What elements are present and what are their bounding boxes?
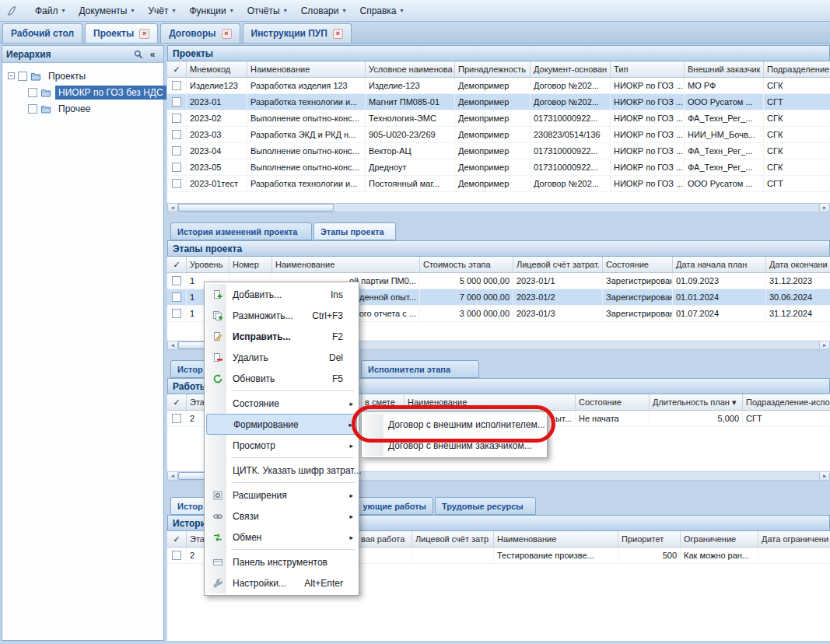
tab-works-2[interactable]: Исполнители этапа [361, 360, 479, 378]
column-header[interactable]: ✓ [167, 531, 187, 547]
column-header[interactable]: Ограничение [681, 531, 758, 547]
checkbox[interactable] [172, 309, 181, 318]
column-header[interactable]: Наименование [404, 394, 576, 410]
tree-item[interactable]: −Проекты [5, 68, 161, 84]
column-header[interactable]: Лицевой счёт затрат. [513, 257, 603, 272]
column-header[interactable]: Наименование [494, 531, 618, 547]
submenu-item[interactable]: Договор с внешним заказчиком... [363, 435, 545, 456]
column-header[interactable]: в смете [362, 394, 404, 410]
column-header[interactable]: ✓ [167, 257, 187, 272]
menubar-item[interactable]: Учёт▾ [141, 2, 182, 19]
checkbox[interactable] [172, 276, 181, 285]
tree-item[interactable]: НИОКР по ГОЗ без НДС [5, 84, 161, 100]
scroll-left-button[interactable]: ◄ [168, 472, 178, 480]
column-header[interactable]: Внешний заказчик [685, 61, 764, 77]
column-header[interactable]: Условное наименова [366, 61, 455, 77]
checkbox[interactable] [28, 88, 37, 97]
column-header[interactable]: вая работа [358, 531, 412, 547]
context-menu-item[interactable]: Настройки...Alt+Enter [206, 572, 357, 593]
workspace-tab[interactable]: Инструкции ПУП× [243, 23, 352, 43]
column-header[interactable]: Стоимость этапа [420, 257, 513, 272]
checkbox[interactable] [172, 163, 181, 172]
table-row[interactable]: 2023-03Разработка ЭКД и РКД н...905-U020… [167, 127, 830, 143]
checkbox[interactable] [172, 414, 181, 423]
menubar-item[interactable]: Функции▾ [182, 2, 240, 19]
collapse-icon[interactable]: « [145, 47, 159, 61]
column-header[interactable]: Дата окончани [766, 257, 830, 272]
tab-stages-0[interactable]: История изменений проекта [170, 222, 312, 240]
checkbox[interactable] [172, 81, 181, 90]
column-header[interactable]: Состояние [603, 257, 673, 272]
column-header[interactable]: Подразделение [764, 61, 830, 77]
close-icon[interactable]: × [333, 29, 343, 39]
column-header[interactable]: Наименование [247, 61, 366, 77]
checkbox[interactable] [172, 146, 181, 156]
scroll-right-button[interactable]: ► [819, 472, 829, 480]
menubar-item[interactable]: Справка▾ [352, 2, 410, 19]
expander-icon[interactable]: − [8, 72, 15, 79]
menubar-item[interactable]: Документы▾ [72, 2, 142, 19]
context-menu-item[interactable]: ЦИТК. Указать шифр затрат... [206, 460, 357, 481]
context-menu-item[interactable]: Связи▸ [206, 506, 357, 527]
context-menu-item[interactable]: Исправить...F2 [206, 326, 357, 347]
column-header[interactable]: Лицевой счёт затр [412, 531, 494, 547]
table-row[interactable]: 2023-01тестРазработка технологии и...Пос… [167, 176, 830, 192]
column-header[interactable]: Уровень [187, 257, 229, 272]
table-row[interactable]: 2023-02Выполнение опытно-конс...Технолог… [167, 110, 830, 127]
column-header[interactable]: Мнемокод [187, 61, 247, 77]
submenu-item[interactable]: Договор с внешним исполнителем... [363, 414, 545, 435]
column-header[interactable]: Номер [229, 257, 272, 272]
workspace-tab[interactable]: Рабочий стол [2, 23, 82, 43]
horizontal-scrollbar[interactable]: ◄► [167, 203, 830, 212]
context-menu-item[interactable]: Добавить...Ins [206, 284, 357, 305]
tree-item[interactable]: Прочее [5, 100, 161, 117]
column-header[interactable]: Длительность план ▾ [650, 394, 743, 410]
checkbox[interactable] [172, 97, 181, 107]
checkbox[interactable] [172, 114, 181, 123]
column-header[interactable]: Принадлежность [455, 61, 531, 77]
column-header[interactable]: Дата ограничени [758, 531, 830, 547]
close-icon[interactable]: × [139, 29, 149, 39]
scroll-right-button[interactable]: ► [819, 204, 829, 212]
table-row[interactable]: 2023-04Выполнение опытно-конс...Вектор-А… [167, 143, 830, 159]
checkbox[interactable] [172, 551, 181, 560]
column-header[interactable]: Документ-основан [531, 61, 611, 77]
checkbox[interactable] [172, 130, 181, 139]
search-icon[interactable] [131, 47, 145, 61]
context-menu-item[interactable]: Формирование▸ [206, 414, 357, 435]
context-menu-item[interactable]: УдалитьDel [206, 347, 357, 368]
menubar-item[interactable]: Файл▾ [28, 2, 72, 19]
context-menu-item[interactable]: Обмен▸ [206, 527, 357, 548]
column-header[interactable]: ✓ [167, 61, 187, 77]
context-menu-item[interactable]: ОбновитьF5 [206, 368, 357, 389]
context-menu-item[interactable]: Размножить...Ctrl+F3 [206, 305, 357, 326]
column-header[interactable]: Наименование [272, 257, 420, 272]
checkbox[interactable] [172, 292, 181, 302]
column-header[interactable]: Приоритет [618, 531, 681, 547]
table-row[interactable]: Изделие123Разработка изделия 123Изделие-… [167, 78, 830, 94]
tab-stages-1[interactable]: Этапы проекта [313, 222, 396, 240]
checkbox[interactable] [18, 72, 27, 81]
column-header[interactable]: Тип [611, 61, 685, 77]
context-menu-item[interactable]: Расширения▸ [206, 485, 357, 506]
column-header[interactable]: Состояние [576, 394, 650, 410]
table-row[interactable]: 2023-01Разработка технологии и...Магнит … [167, 94, 830, 110]
context-menu-item[interactable]: Просмотр▸ [206, 435, 357, 456]
close-icon[interactable]: × [222, 29, 232, 39]
context-menu-item[interactable]: Панель инструментов [206, 551, 357, 572]
workspace-tab[interactable]: Договоры× [160, 23, 240, 43]
menubar-item[interactable]: Отчёты▾ [240, 2, 294, 19]
scrollbar-thumb[interactable] [178, 204, 334, 212]
workspace-tab[interactable]: Проекты× [85, 23, 158, 43]
column-header[interactable]: ✓ [167, 394, 187, 410]
checkbox[interactable] [172, 179, 181, 188]
column-header[interactable]: Дата начала план [673, 257, 766, 272]
scroll-right-button[interactable]: ► [819, 341, 829, 349]
tab-resources-2[interactable]: Трудовые ресурсы [435, 497, 536, 515]
context-menu-item[interactable]: Состояние▸ [206, 393, 357, 414]
scroll-left-button[interactable]: ◄ [168, 204, 178, 212]
table-row[interactable]: 2023-05Выполнение опытно-конс...Дредноут… [167, 159, 830, 176]
checkbox[interactable] [28, 104, 37, 114]
column-header[interactable]: Подразделение-испо [743, 394, 830, 410]
scroll-left-button[interactable]: ◄ [168, 341, 178, 349]
